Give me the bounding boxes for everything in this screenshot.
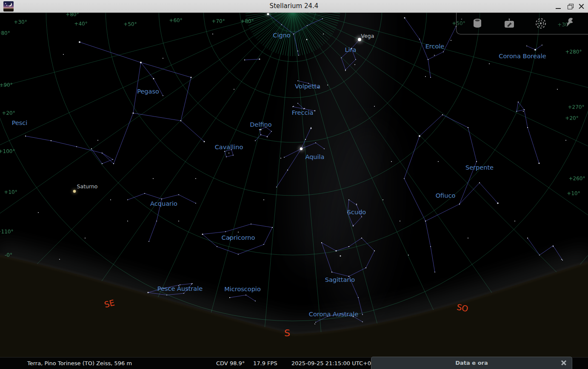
- milky-way: [274, 13, 401, 322]
- datetime-dialog-titlebar[interactable]: Data e ora: [371, 357, 572, 369]
- plugin-toolbar: [456, 13, 588, 34]
- window-titlebar[interactable]: Stellarium 24.4: [0, 0, 588, 13]
- close-button[interactable]: [575, 0, 587, 13]
- sky-canvas: [0, 13, 588, 357]
- sky-view[interactable]: CignoLiraErcoleCorona BorealePegasoVolpe…: [0, 13, 588, 357]
- minimize-button[interactable]: [552, 0, 564, 13]
- oculars-icon[interactable]: [471, 17, 483, 29]
- window-title: Stellarium 24.4: [0, 2, 588, 10]
- datetime-dialog-title: Data e ora: [371, 360, 572, 366]
- stellarium-window: Stellarium 24.4 CignoLiraErcoleC: [0, 0, 588, 369]
- fps-status[interactable]: 17.9 FPS: [253, 360, 277, 366]
- datetime-status[interactable]: 2025-09-25 21:15:00 UTC+02:00: [291, 360, 383, 366]
- restore-button[interactable]: [564, 0, 576, 13]
- location-status[interactable]: Terra, Pino Torinese (TO) Zeiss, 596 m: [27, 360, 132, 366]
- datetime-dialog-close-icon[interactable]: [560, 359, 568, 366]
- fov-status[interactable]: CDV 98.9°: [216, 360, 245, 366]
- wrench-icon[interactable]: [567, 17, 579, 29]
- meteor-radiants-icon[interactable]: [535, 17, 547, 29]
- satellites-icon[interactable]: [503, 17, 515, 29]
